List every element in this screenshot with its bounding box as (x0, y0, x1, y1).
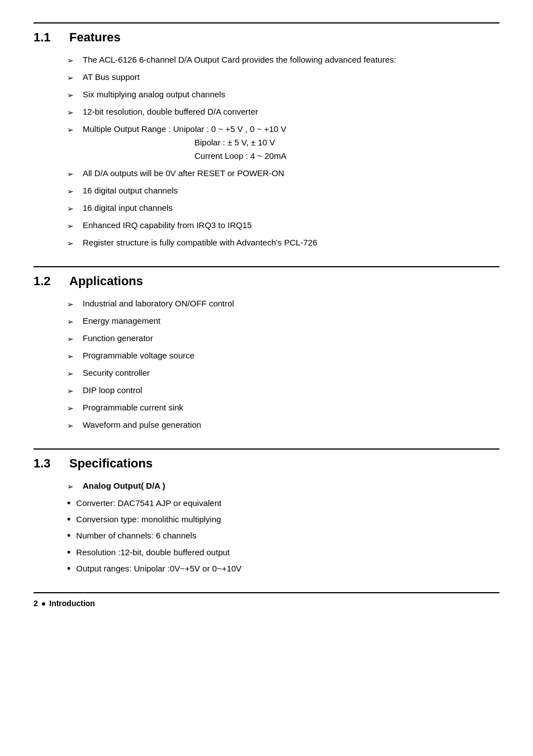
arrow-icon: ➢ (67, 124, 74, 136)
item-text: Six multiplying analog output channels (83, 88, 499, 101)
section-1-1-number: 1.1 (34, 30, 56, 45)
item-text: AT Bus support (83, 71, 499, 84)
list-item: ➢ 12-bit resolution, double buffered D/A… (34, 106, 499, 119)
item-text: Number of channels: 6 channels (76, 530, 499, 542)
item-text: 12-bit resolution, double buffered D/A c… (83, 106, 499, 119)
specs-dot-list: • Converter: DAC7541 AJP or equivalent •… (34, 497, 499, 576)
specs-subsection-header: ➢ Analog Output( D/A ) (34, 480, 499, 493)
section-1-2-number: 1.2 (34, 274, 56, 289)
list-item: • Conversion type: monolithic multiplyin… (67, 513, 499, 526)
footer-label: Introduction (49, 599, 95, 608)
item-text: Waveform and pulse generation (83, 419, 499, 432)
list-item: ➢ Programmable voltage source (34, 349, 499, 362)
item-text: Security controller (83, 367, 499, 380)
list-item: ➢ Energy management (34, 315, 499, 328)
arrow-icon: ➢ (67, 55, 74, 67)
section-1-2-header: 1.2 Applications (34, 266, 499, 289)
list-item: ➢ Waveform and pulse generation (34, 419, 499, 432)
subsection-title: Analog Output( D/A ) (83, 480, 499, 493)
list-item: ➢ Industrial and laboratory ON/OFF contr… (34, 297, 499, 310)
arrow-icon: ➢ (67, 351, 74, 362)
arrow-icon: ➢ (67, 403, 74, 414)
list-item: ➢ All D/A outputs will be 0V after RESET… (34, 167, 499, 180)
item-text: Register structure is fully compatible w… (83, 237, 499, 249)
arrow-icon: ➢ (67, 333, 74, 345)
section-1-3-number: 1.3 (34, 456, 56, 471)
dot-icon: • (67, 497, 70, 510)
item-text: Conversion type: monolithic multiplying (76, 513, 499, 526)
section-1-3: 1.3 Specifications ➢ Analog Output( D/A … (34, 448, 499, 576)
list-item: • Output ranges: Unipolar :0V~+5V or 0~+… (67, 563, 499, 575)
dot-icon: • (67, 546, 70, 559)
section-1-1-list: ➢ The ACL-6126 6-channel D/A Output Card… (34, 54, 499, 249)
item-text: Converter: DAC7541 AJP or equivalent (76, 497, 499, 510)
item-text: DIP loop control (83, 384, 499, 397)
arrow-icon: ➢ (67, 107, 74, 119)
dot-icon: • (67, 513, 70, 526)
arrow-icon: ➢ (67, 168, 74, 180)
section-1-2: 1.2 Applications ➢ Industrial and labora… (34, 266, 499, 432)
item-text: Resolution :12-bit, double buffered outp… (76, 546, 499, 559)
list-item: ➢ Programmable current sink (34, 401, 499, 414)
item-text: Output ranges: Unipolar :0V~+5V or 0~+10… (76, 563, 499, 575)
list-item: ➢ Enhanced IRQ capability from IRQ3 to I… (34, 219, 499, 232)
section-1-3-title: Specifications (69, 456, 153, 471)
sub-item-1: Bipolar : ± 5 V, ± 10 V (194, 136, 499, 149)
item-text: Multiple Output Range : Unipolar : 0 ~ +… (83, 123, 499, 163)
arrow-icon: ➢ (67, 220, 74, 232)
item-text: Programmable current sink (83, 401, 499, 414)
arrow-icon: ➢ (67, 89, 74, 101)
item-text: 16 digital input channels (83, 202, 499, 215)
list-item: ➢ Function generator (34, 332, 499, 345)
arrow-icon: ➢ (67, 299, 74, 310)
document-body: 1.1 Features ➢ The ACL-6126 6-channel D/… (34, 22, 499, 608)
section-1-1-title: Features (69, 30, 121, 45)
footer: 2 ● Introduction (34, 592, 499, 608)
list-item: ➢ Register structure is fully compatible… (34, 237, 499, 249)
arrow-icon: ➢ (67, 186, 74, 197)
arrow-icon: ➢ (67, 203, 74, 215)
item-text: 16 digital output channels (83, 185, 499, 197)
footer-dot: ● (41, 599, 46, 608)
section-1-1-header: 1.1 Features (34, 22, 499, 45)
sub-item-2: Current Loop : 4 ~ 20mA (194, 149, 499, 163)
dot-icon: • (67, 563, 70, 575)
arrow-icon: ➢ (67, 238, 74, 249)
list-item: ➢ The ACL-6126 6-channel D/A Output Card… (34, 54, 499, 67)
list-item: ➢ AT Bus support (34, 71, 499, 84)
section-1-3-header: 1.3 Specifications (34, 448, 499, 471)
list-item: ➢ Analog Output( D/A ) (34, 480, 499, 493)
item-text: Enhanced IRQ capability from IRQ3 to IRQ… (83, 219, 499, 232)
list-item: ➢ 16 digital input channels (34, 202, 499, 215)
section-1-2-title: Applications (69, 274, 143, 289)
section-1-2-list: ➢ Industrial and laboratory ON/OFF contr… (34, 297, 499, 432)
list-item: • Converter: DAC7541 AJP or equivalent (67, 497, 499, 510)
arrow-icon: ➢ (67, 72, 74, 84)
item-text: All D/A outputs will be 0V after RESET o… (83, 167, 499, 180)
arrow-icon: ➢ (67, 368, 74, 380)
item-text: The ACL-6126 6-channel D/A Output Card p… (83, 54, 499, 67)
dot-icon: • (67, 530, 70, 542)
list-item: • Resolution :12-bit, double buffered ou… (67, 546, 499, 559)
item-text: Programmable voltage source (83, 349, 499, 362)
list-item: ➢ DIP loop control (34, 384, 499, 397)
arrow-icon: ➢ (67, 481, 74, 493)
arrow-icon: ➢ (67, 316, 74, 328)
list-item: ➢ Multiple Output Range : Unipolar : 0 ~… (34, 123, 499, 163)
arrow-icon: ➢ (67, 420, 74, 432)
list-item: ➢ 16 digital output channels (34, 185, 499, 197)
item-text: Energy management (83, 315, 499, 328)
section-1-1: 1.1 Features ➢ The ACL-6126 6-channel D/… (34, 22, 499, 249)
footer-page-number: 2 (34, 599, 38, 608)
list-item: ➢ Security controller (34, 367, 499, 380)
list-item: • Number of channels: 6 channels (67, 530, 499, 542)
arrow-icon: ➢ (67, 385, 74, 397)
list-item: ➢ Six multiplying analog output channels (34, 88, 499, 101)
item-text: Industrial and laboratory ON/OFF control (83, 297, 499, 310)
item-text: Function generator (83, 332, 499, 345)
